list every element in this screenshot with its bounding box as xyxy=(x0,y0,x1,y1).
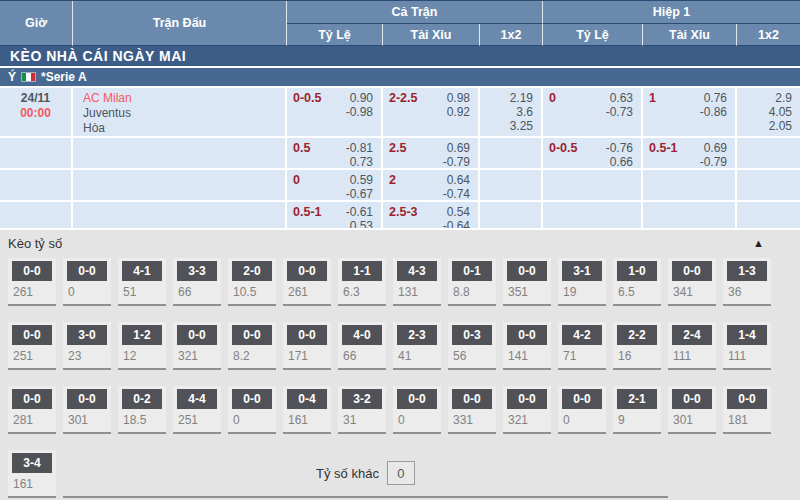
score-tile[interactable]: 0-0 0 xyxy=(228,386,276,434)
score-tile[interactable]: 2-3 41 xyxy=(393,322,441,370)
odds-value[interactable]: -0.73 xyxy=(606,105,633,119)
odds-value[interactable]: 0.69 xyxy=(443,141,470,155)
score-tile[interactable]: 0-0 251 xyxy=(8,322,56,370)
score-tile[interactable]: 1-3 36 xyxy=(723,258,771,306)
ft-handicap-odds-cell[interactable]: 0-0.5 0.90-0.98 xyxy=(287,88,383,138)
score-tile[interactable]: 4-2 71 xyxy=(558,322,606,370)
score-tile[interactable]: 2-4 111 xyxy=(668,322,716,370)
odds-value[interactable]: -0.74 xyxy=(443,187,470,201)
ft-handicap-odds-cell[interactable]: 0.5-1 -0.610.53 xyxy=(287,202,383,230)
score-tile[interactable]: 3-0 23 xyxy=(63,322,111,370)
odds-value[interactable]: 0.76 xyxy=(700,91,727,105)
odds-value[interactable]: 4.05 xyxy=(737,105,792,119)
odds-value[interactable]: -0.67 xyxy=(346,187,373,201)
score-tile[interactable]: 3-1 19 xyxy=(558,258,606,306)
odds-value[interactable]: 0.54 xyxy=(443,205,470,219)
score-tile[interactable]: 1-1 6.3 xyxy=(338,258,386,306)
overunder-line: 2.5 xyxy=(389,141,406,168)
score-badge: 0-0 xyxy=(287,261,327,281)
ft-overunder-odds-cell[interactable]: 2 0.64-0.74 xyxy=(383,170,480,202)
score-tile[interactable]: 2-1 9 xyxy=(613,386,661,434)
odds-value[interactable]: -0.76 xyxy=(606,141,633,155)
ft-overunder-odds-cell[interactable]: 2.5 0.69-0.79 xyxy=(383,138,480,170)
home-team[interactable]: AC Milan xyxy=(83,91,285,106)
ft-handicap-odds-cell[interactable]: 0 0.59-0.67 xyxy=(287,170,383,202)
match-teams-cell[interactable]: AC Milan Juventus Hòa xyxy=(73,88,287,138)
odds-value[interactable]: 0.73 xyxy=(346,155,373,169)
odds-value[interactable]: 0.64 xyxy=(443,173,470,187)
score-tile[interactable]: 3-3 66 xyxy=(173,258,221,306)
score-tile[interactable]: 0-0 0 xyxy=(558,386,606,434)
odds-value[interactable]: -0.98 xyxy=(346,105,373,119)
score-tile[interactable]: 0-0 141 xyxy=(503,322,551,370)
odds-value[interactable]: 0.66 xyxy=(606,155,633,169)
h1-1x2-odds-cell[interactable]: 2.9 4.05 2.05 xyxy=(737,88,800,138)
odds-value[interactable]: 2.05 xyxy=(737,119,792,133)
score-tile[interactable]: 0-0 341 xyxy=(668,258,716,306)
score-tile[interactable]: 0-0 281 xyxy=(8,386,56,434)
h1-1x2-odds-cell xyxy=(737,170,800,202)
odds-value[interactable]: 0.63 xyxy=(606,91,633,105)
score-tile[interactable]: 0-0 0 xyxy=(63,258,111,306)
odds-value[interactable]: 0.98 xyxy=(447,91,470,105)
odds-value[interactable]: -0.81 xyxy=(346,141,373,155)
score-tile[interactable]: 2-0 10.5 xyxy=(228,258,276,306)
h1-overunder-odds-cell[interactable]: 1 0.76-0.86 xyxy=(643,88,737,138)
score-tile[interactable]: 1-2 12 xyxy=(118,322,166,370)
score-tile[interactable]: 4-1 51 xyxy=(118,258,166,306)
score-tile[interactable]: 0-0 301 xyxy=(668,386,716,434)
score-tile[interactable]: 4-0 66 xyxy=(338,322,386,370)
odds-value[interactable]: 2.9 xyxy=(737,91,792,105)
score-tile[interactable]: 3-2 31 xyxy=(338,386,386,434)
odds-value[interactable]: -0.64 xyxy=(443,219,470,230)
odds-value[interactable]: -0.79 xyxy=(700,155,727,169)
score-tile[interactable]: 0-0 261 xyxy=(8,258,56,306)
score-tile[interactable]: 0-0 0 xyxy=(393,386,441,434)
score-tile[interactable]: 0-0 8.2 xyxy=(228,322,276,370)
score-tile[interactable]: 3-4 161 xyxy=(8,450,56,498)
h1-overunder-odds-cell[interactable]: 0.5-1 0.69-0.79 xyxy=(643,138,737,170)
score-tile[interactable]: 0-0 331 xyxy=(448,386,496,434)
odds-value[interactable]: 0.90 xyxy=(346,91,373,105)
score-tile[interactable]: 0-3 56 xyxy=(448,322,496,370)
ft-overunder-odds-cell[interactable]: 2-2.5 0.980.92 xyxy=(383,88,480,138)
score-tile[interactable]: 0-2 18.5 xyxy=(118,386,166,434)
odds-value[interactable]: 3.25 xyxy=(480,119,533,133)
odds-value[interactable]: -0.86 xyxy=(700,105,727,119)
score-tile[interactable]: 0-0 321 xyxy=(503,386,551,434)
score-badge: 1-0 xyxy=(617,261,657,281)
score-tile[interactable]: 4-4 251 xyxy=(173,386,221,434)
score-tile[interactable]: 4-3 131 xyxy=(393,258,441,306)
score-tile[interactable]: 0-4 161 xyxy=(283,386,331,434)
odds-value[interactable]: 3.6 xyxy=(480,105,533,119)
ft-overunder-odds-cell[interactable]: 2.5-3 0.54-0.64 xyxy=(383,202,480,230)
score-tile[interactable]: 1-4 111 xyxy=(723,322,771,370)
ft-1x2-odds-cell[interactable]: 2.19 3.6 3.25 xyxy=(480,88,543,138)
collapse-arrow-icon[interactable]: ▲ xyxy=(753,238,764,249)
score-tile[interactable]: 0-0 181 xyxy=(723,386,771,434)
score-badge: 1-4 xyxy=(727,325,767,345)
odds-value[interactable]: -0.79 xyxy=(443,155,470,169)
odds-value[interactable]: 0.92 xyxy=(447,105,470,119)
h1-handicap-odds-cell[interactable]: 0 0.63-0.73 xyxy=(543,88,643,138)
odds-value[interactable]: 0.59 xyxy=(346,173,373,187)
other-score-input[interactable]: 0 xyxy=(387,461,415,485)
odds-value[interactable]: 2.19 xyxy=(480,91,533,105)
score-tile[interactable]: 0-1 8.8 xyxy=(448,258,496,306)
score-tile[interactable]: 0-0 321 xyxy=(173,322,221,370)
score-tile[interactable]: 0-0 301 xyxy=(63,386,111,434)
odds-value[interactable]: -0.61 xyxy=(346,205,373,219)
odds-value[interactable]: 0.53 xyxy=(346,219,373,230)
score-tile[interactable]: 0-0 351 xyxy=(503,258,551,306)
odds-value[interactable]: 0.69 xyxy=(700,141,727,155)
score-tile[interactable]: 2-2 16 xyxy=(613,322,661,370)
away-team[interactable]: Juventus xyxy=(83,106,285,121)
score-odds: 341 xyxy=(673,285,716,299)
overunder-line: 0.5-1 xyxy=(649,141,678,168)
league-row[interactable]: Ý *Serie A xyxy=(0,68,800,88)
score-tile[interactable]: 1-0 6.5 xyxy=(613,258,661,306)
h1-handicap-odds-cell[interactable]: 0-0.5 -0.760.66 xyxy=(543,138,643,170)
score-tile[interactable]: 0-0 261 xyxy=(283,258,331,306)
score-tile[interactable]: 0-0 171 xyxy=(283,322,331,370)
ft-handicap-odds-cell[interactable]: 0.5 -0.810.73 xyxy=(287,138,383,170)
